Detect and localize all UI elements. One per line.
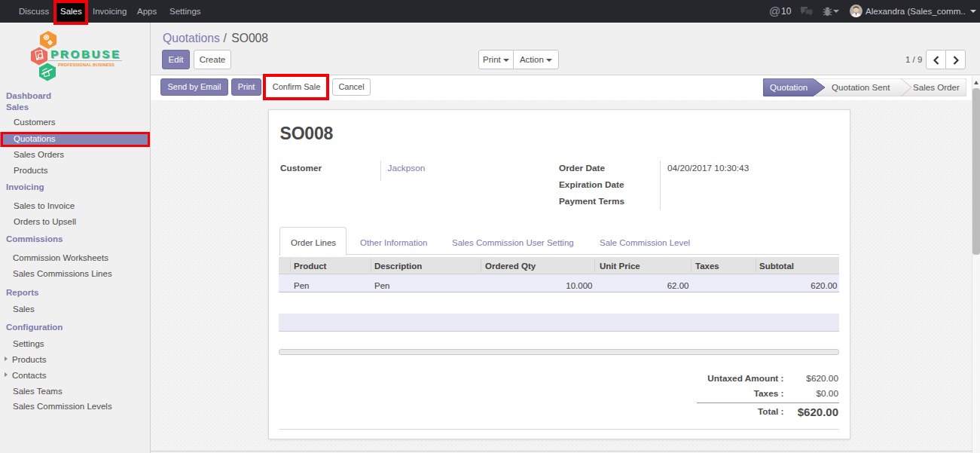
svg-text:Quotation: Quotation: [770, 82, 808, 92]
svg-text:Quotation Sent: Quotation Sent: [832, 82, 890, 92]
svg-text:Sales Order: Sales Order: [913, 82, 960, 92]
